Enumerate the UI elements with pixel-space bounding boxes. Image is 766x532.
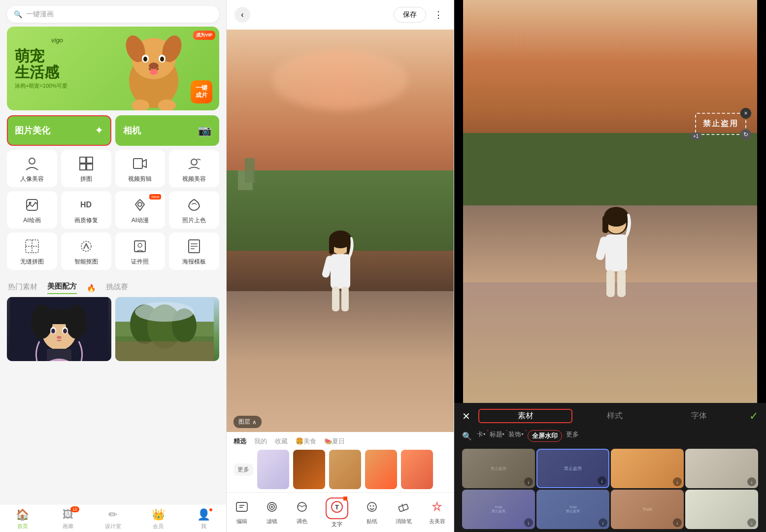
sticker-tab-selected[interactable]: 精选 <box>233 437 246 446</box>
save-button[interactable]: 保存 <box>394 7 426 23</box>
tool-seamless[interactable]: 无缝拼图 <box>7 233 57 270</box>
nav-home[interactable]: 🏠 首页 <box>0 508 45 530</box>
tab-hot[interactable]: 热门素材 <box>8 282 37 294</box>
layers-button[interactable]: 图层 ∧ <box>233 416 262 428</box>
more-button[interactable]: ⋮ <box>431 7 446 22</box>
tool-collage[interactable]: 拼图 <box>61 150 111 187</box>
banner-action-button[interactable]: 一键 成片 <box>191 80 212 103</box>
search-bar[interactable]: 🔍 一键漫画 <box>7 6 219 23</box>
tool-portrait[interactable]: 人像美容 <box>7 150 57 187</box>
beautify-button[interactable]: 图片美化 ✦ <box>7 115 111 146</box>
sticker-tab-mine[interactable]: 我的 <box>254 437 267 446</box>
sticker-tab-favorites[interactable]: 收藏 <box>275 437 288 446</box>
sticker-tab-summer[interactable]: 🍉夏日 <box>324 437 345 446</box>
anime-illustration <box>10 297 108 361</box>
profile-icon: 👤 <box>197 508 210 521</box>
toolbar-edit[interactable]: 编辑 <box>235 500 248 525</box>
svg-point-18 <box>191 159 197 165</box>
sticker-thumb-1[interactable] <box>257 450 289 489</box>
nav-profile[interactable]: 👤 我 <box>181 508 226 530</box>
layers-arrow-icon: ∧ <box>252 419 257 426</box>
filter-deco[interactable]: 装饰• <box>508 430 524 442</box>
tab-font[interactable]: 字体 <box>657 409 741 423</box>
tool-cutout[interactable]: 智能抠图 <box>61 233 111 270</box>
tool-poster[interactable]: 海报模板 <box>169 233 219 270</box>
nav-vip[interactable]: 👑 会员 <box>135 508 181 530</box>
text-panel-confirm[interactable]: ✓ <box>749 410 758 423</box>
tab-style[interactable]: 样式 <box>572 409 657 423</box>
tools-grid-3: 无缝拼图 智能抠图 证件照 海报模板 <box>7 233 219 270</box>
tool-video-beauty[interactable]: 视频美容 <box>169 150 219 187</box>
color-sticker-7[interactable]: TnAt ↓ <box>611 490 684 529</box>
nav-gallery[interactable]: 🖼 画廊 <box>45 508 91 530</box>
color-sticker-1[interactable]: 禁止盗用 ↓ <box>462 449 535 488</box>
content-tabs: 热门素材 美图配方 🔥 挑战赛 <box>0 278 226 297</box>
filter-title[interactable]: 标题• <box>490 430 505 442</box>
svg-rect-59 <box>341 287 349 311</box>
text-filter-buttons: 卡• 标题• 装饰• 全屏水印 更多 <box>477 430 579 442</box>
banner-vip-badge: 成为VIP <box>193 31 215 40</box>
color-sticker-3[interactable]: ↓ <box>611 449 684 488</box>
color-icon <box>296 500 308 516</box>
tab-challenge[interactable]: 挑战赛 <box>106 282 128 294</box>
new-badge: New <box>149 194 161 200</box>
toolbar-beauty[interactable]: 去美容 <box>429 500 445 525</box>
layers-label: 图层 <box>238 418 250 426</box>
figure-silhouette <box>318 229 363 317</box>
tool-ai-anime[interactable]: New AI动漫 <box>115 191 166 229</box>
color-sticker-6[interactable]: TnAt禁止盗用 ↓ <box>536 490 609 529</box>
ai-draw-icon <box>23 196 41 214</box>
watermark-overlay[interactable]: 禁止盗用 × +1 ↻ <box>695 113 746 135</box>
tool-hd-restore[interactable]: HD 画质修复 <box>61 191 111 229</box>
sticker-color-grid: 禁止盗用 ↓ 禁止盗用 ↓ ↓ ↓ TnAt禁止盗用 ↓ TnAt禁止盗用 ↓ <box>454 446 766 532</box>
dog-illustration <box>116 27 192 110</box>
toolbar-eraser[interactable]: 消除笔 <box>396 500 412 525</box>
color-sticker-4[interactable]: ↓ <box>685 449 758 488</box>
tab-material[interactable]: 素材 <box>478 409 572 423</box>
sticker-tab-food[interactable]: 🍔美食 <box>296 437 316 446</box>
content-card-nature[interactable] <box>115 297 220 361</box>
main-buttons-grid: 图片美化 ✦ 相机 📷 <box>7 115 219 146</box>
filter-icon <box>266 500 278 516</box>
nav-studio[interactable]: ✏ 设计室 <box>91 508 136 530</box>
sticker-scroll: 更多 <box>227 450 454 489</box>
filter-watermark[interactable]: 全屏水印 <box>528 430 562 442</box>
editor-header: ‹ 保存 ⋮ <box>227 0 454 30</box>
tab-recipe[interactable]: 美图配方 <box>47 282 77 294</box>
sticker-bar: 精选 我的 收藏 🍔美食 🍉夏日 更多 <box>227 432 454 492</box>
text-panel-close[interactable]: ✕ <box>462 410 470 422</box>
filter-more[interactable]: 更多 <box>566 430 579 442</box>
filter-card[interactable]: 卡• <box>477 430 486 442</box>
color-sticker-5[interactable]: TnAt禁止盗用 ↓ <box>462 490 535 529</box>
toolbar-filter[interactable]: 滤镜 <box>266 500 278 525</box>
sticker-thumb-4[interactable] <box>365 450 397 489</box>
tool-video-edit[interactable]: 视频剪辑 <box>115 150 166 187</box>
svg-rect-80 <box>606 270 615 297</box>
sticker-thumb-2[interactable] <box>293 450 325 489</box>
tool-id-photo[interactable]: 证件照 <box>115 233 166 270</box>
text-search-row: 🔍 卡• 标题• 装饰• 全屏水印 更多 <box>454 427 766 446</box>
text-canvas: 禁止盗用 × +1 ↻ <box>454 0 766 403</box>
ai-anime-icon <box>131 196 149 214</box>
camera-button[interactable]: 相机 📷 <box>115 115 220 146</box>
toolbar-text[interactable]: T 文字 <box>326 498 348 528</box>
toolbar-sticker[interactable]: 贴纸 <box>366 500 378 525</box>
back-button[interactable]: ‹ <box>234 7 250 23</box>
sticker-thumb-5[interactable] <box>401 450 433 489</box>
svg-rect-78 <box>605 234 627 271</box>
sticker-thumb-3[interactable] <box>329 450 361 489</box>
toolbar-color[interactable]: 调色 <box>296 500 308 525</box>
nav-home-label: 首页 <box>17 523 28 530</box>
svg-point-21 <box>138 202 142 206</box>
tool-ai-draw[interactable]: AI绘画 <box>7 191 57 229</box>
edit-icon <box>235 500 248 516</box>
watermark-rotate-button[interactable]: ↻ <box>740 129 751 140</box>
svg-point-65 <box>271 506 273 508</box>
color-sticker-2[interactable]: 禁止盗用 ↓ <box>536 449 609 488</box>
svg-rect-15 <box>80 164 86 170</box>
tool-colorize[interactable]: 照片上色 <box>169 191 219 229</box>
content-card-anime[interactable] <box>7 297 111 361</box>
color-sticker-8[interactable]: ↓ <box>685 490 758 529</box>
sticker-more-button[interactable]: 更多 <box>233 464 253 476</box>
watermark-close-button[interactable]: × <box>740 108 751 119</box>
